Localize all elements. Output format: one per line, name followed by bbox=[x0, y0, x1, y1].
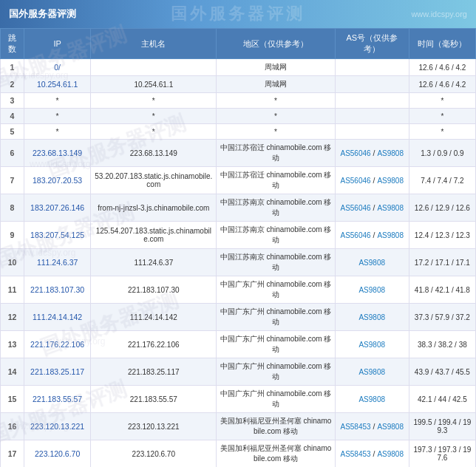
ip-link[interactable]: 221.176.22.106 bbox=[30, 340, 84, 349]
cell-region: 中国广东广州 chinamobile.com 移动 bbox=[217, 304, 335, 331]
ip-link[interactable]: 183.207.54.125 bbox=[30, 231, 84, 239]
cell-num: 13 bbox=[1, 331, 24, 358]
cell-region: 中国江苏南京 chinamobile.com 移动 bbox=[217, 222, 335, 249]
cell-ip[interactable]: 111.24.6.37 bbox=[24, 249, 91, 276]
as-link[interactable]: AS9808 bbox=[377, 450, 404, 458]
cell-host: * bbox=[91, 124, 217, 140]
as-link[interactable]: AS56046 bbox=[340, 177, 370, 185]
cell-host: 221.183.25.117 bbox=[91, 358, 217, 386]
cell-host: 111.24.14.142 bbox=[91, 304, 217, 331]
ip-link[interactable]: 223.120.13.221 bbox=[30, 422, 84, 431]
as-link[interactable]: AS9808 bbox=[358, 368, 385, 376]
cell-ip[interactable]: * bbox=[24, 109, 91, 124]
col-header-num: 跳数 bbox=[1, 29, 24, 59]
as-link[interactable]: AS56046 bbox=[340, 204, 370, 212]
cell-as[interactable]: AS56046 / AS9808 bbox=[335, 222, 409, 249]
as-link[interactable]: AS9808 bbox=[377, 177, 404, 185]
cell-as[interactable] bbox=[335, 124, 409, 140]
header-title: 国外服务器评测 bbox=[171, 3, 305, 25]
as-link[interactable]: AS58453 bbox=[340, 423, 370, 431]
ip-link[interactable]: 223.68.13.149 bbox=[33, 149, 82, 157]
cell-as[interactable]: AS9808 bbox=[335, 386, 409, 413]
ip-link[interactable]: 221.183.25.117 bbox=[30, 367, 84, 376]
cell-time: 41.8 / 42.1 / 41.8 bbox=[409, 276, 475, 304]
cell-region: 周城网 bbox=[217, 59, 335, 76]
cell-ip[interactable]: 223.120.13.221 bbox=[24, 413, 91, 440]
cell-ip[interactable]: 221.183.107.30 bbox=[24, 276, 91, 304]
as-link[interactable]: AS9808 bbox=[377, 423, 404, 431]
cell-as[interactable] bbox=[335, 76, 409, 93]
col-header-host: 主机名 bbox=[91, 29, 217, 59]
cell-as[interactable]: AS9808 bbox=[335, 331, 409, 358]
cell-ip[interactable]: 10.254.61.1 bbox=[24, 76, 91, 93]
table-row: 13221.176.22.106221.176.22.106中国广东广州 chi… bbox=[1, 331, 476, 358]
cell-as[interactable]: AS9808 bbox=[335, 304, 409, 331]
cell-ip[interactable]: 183.207.20.53 bbox=[24, 167, 91, 194]
cell-as[interactable]: AS58453 / AS9808 bbox=[335, 440, 409, 468]
ip-link[interactable]: 111.24.14.142 bbox=[33, 313, 82, 321]
cell-time: 12.6 / 12.9 / 12.6 bbox=[409, 194, 475, 222]
cell-as[interactable]: AS56046 / AS9808 bbox=[335, 167, 409, 194]
cell-as[interactable]: AS9808 bbox=[335, 276, 409, 304]
table-row: 17223.120.6.70223.120.6.70美国加利福尼亚州圣何塞 ch… bbox=[1, 440, 476, 468]
as-link[interactable]: AS9808 bbox=[358, 286, 385, 294]
cell-region: 周城网 bbox=[217, 76, 335, 93]
cell-ip[interactable]: 183.207.26.146 bbox=[24, 194, 91, 222]
as-link[interactable]: AS56046 bbox=[340, 149, 370, 157]
cell-ip[interactable]: 223.68.13.149 bbox=[24, 140, 91, 167]
cell-as[interactable] bbox=[335, 109, 409, 124]
cell-ip[interactable]: 221.176.22.106 bbox=[24, 331, 91, 358]
cell-time: 12.4 / 12.3 / 12.3 bbox=[409, 222, 475, 249]
as-link[interactable]: AS9808 bbox=[358, 341, 385, 349]
cell-num: 17 bbox=[1, 440, 24, 468]
cell-ip[interactable]: 223.120.6.70 bbox=[24, 440, 91, 468]
cell-ip[interactable]: 221.183.55.57 bbox=[24, 386, 91, 413]
cell-ip[interactable]: 183.207.54.125 bbox=[24, 222, 91, 249]
ip-link[interactable]: 183.207.26.146 bbox=[30, 203, 84, 212]
cell-as[interactable]: AS9808 bbox=[335, 358, 409, 386]
as-link[interactable]: AS9808 bbox=[358, 395, 385, 403]
cell-time: * bbox=[409, 93, 475, 109]
as-link[interactable]: AS58453 bbox=[340, 450, 370, 458]
cell-region: * bbox=[217, 109, 335, 124]
cell-host: 10.254.61.1 bbox=[91, 76, 217, 93]
cell-region: 中国江苏宿迁 chinamobile.com 移动 bbox=[217, 140, 335, 167]
table-row: 8183.207.26.146from-nj-jnzsl-3.js.chinam… bbox=[1, 194, 476, 222]
ip-link[interactable]: 0/ bbox=[54, 63, 61, 72]
ip-link[interactable]: 10.254.61.1 bbox=[37, 80, 78, 89]
cell-as[interactable]: AS58453 / AS9808 bbox=[335, 413, 409, 440]
ip-link[interactable]: 111.24.6.37 bbox=[37, 258, 78, 267]
cell-num: 7 bbox=[1, 167, 24, 194]
cell-host: 221.183.107.30 bbox=[91, 276, 217, 304]
col-header-as: AS号（仅供参考） bbox=[335, 29, 409, 59]
as-link[interactable]: AS9808 bbox=[358, 259, 385, 267]
as-link[interactable]: AS9808 bbox=[377, 231, 404, 239]
cell-as[interactable]: AS9808 bbox=[335, 249, 409, 276]
ip-link[interactable]: 221.183.55.57 bbox=[33, 395, 82, 403]
as-link[interactable]: AS9808 bbox=[358, 313, 385, 321]
cell-ip[interactable]: 221.183.25.117 bbox=[24, 358, 91, 386]
as-link[interactable]: AS56046 bbox=[340, 231, 370, 239]
table-row: 15221.183.55.57221.183.55.57中国广东广州 china… bbox=[1, 386, 476, 413]
cell-as[interactable] bbox=[335, 59, 409, 76]
table-header-row: 跳数 IP 主机名 地区（仅供参考） AS号（仅供参考） 时间（毫秒） bbox=[1, 29, 476, 59]
cell-time: 43.9 / 43.7 / 45.5 bbox=[409, 358, 475, 386]
cell-ip[interactable]: * bbox=[24, 93, 91, 109]
ip-link[interactable]: 183.207.20.53 bbox=[33, 176, 82, 185]
ip-link[interactable]: 223.120.6.70 bbox=[35, 449, 80, 458]
table-row: 6223.68.13.149223.68.13.149中国江苏宿迁 chinam… bbox=[1, 140, 476, 167]
cell-ip[interactable]: 0/ bbox=[24, 59, 91, 76]
cell-as[interactable]: AS56046 / AS9808 bbox=[335, 194, 409, 222]
ip-link[interactable]: 221.183.107.30 bbox=[30, 285, 84, 294]
cell-ip[interactable]: * bbox=[24, 124, 91, 140]
cell-as[interactable]: AS56046 / AS9808 bbox=[335, 140, 409, 167]
cell-as[interactable] bbox=[335, 93, 409, 109]
cell-host: * bbox=[91, 109, 217, 124]
cell-time: * bbox=[409, 109, 475, 124]
as-link[interactable]: AS9808 bbox=[377, 149, 404, 157]
cell-ip[interactable]: 111.24.14.142 bbox=[24, 304, 91, 331]
cell-host: 223.68.13.149 bbox=[91, 140, 217, 167]
as-link[interactable]: AS9808 bbox=[377, 204, 404, 212]
cell-region: * bbox=[217, 124, 335, 140]
cell-host bbox=[91, 59, 217, 76]
